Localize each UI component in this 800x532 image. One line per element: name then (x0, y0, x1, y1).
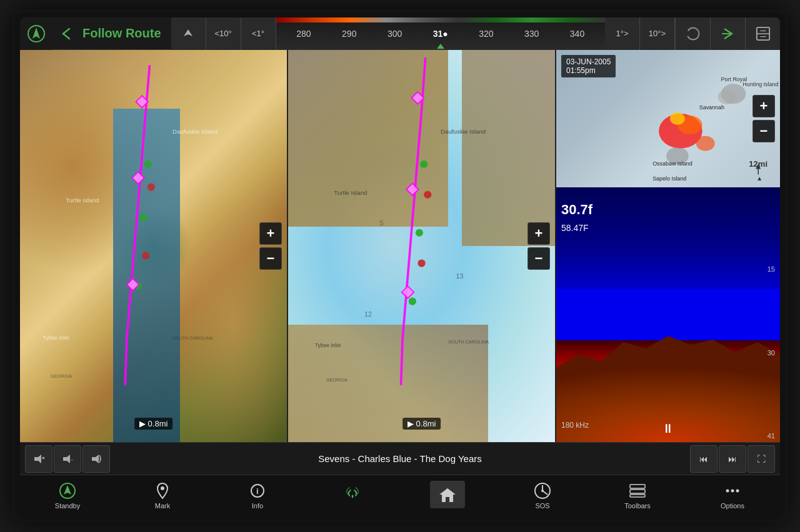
svg-text:SOUTH CAROLINA: SOUTH CAROLINA (448, 339, 489, 345)
standby-icon (58, 481, 78, 501)
svg-point-73 (726, 489, 729, 492)
svg-marker-56 (63, 455, 70, 463)
map-panel-satellite[interactable]: Daufuskie Island Turtle Island Tybee Inl… (20, 50, 288, 442)
distance-arrow-2: ▶ (408, 419, 414, 428)
toolbars-icon (628, 481, 648, 501)
svg-rect-71 (630, 490, 645, 493)
loading-btn[interactable] (675, 17, 710, 50)
heading-330: 330 (524, 29, 539, 39)
svg-point-13 (142, 252, 149, 259)
depth-main-value: 30.7f (561, 192, 592, 219)
media-fullscreen-btn[interactable]: ⛶ (748, 445, 775, 473)
next-track-btn[interactable]: ⏭ (719, 445, 746, 473)
weather-bg: 03-JUN-2005 01:55pm (556, 50, 780, 187)
pause-button[interactable]: ⏸ (662, 421, 674, 436)
distance-value-1: 0.8mi (148, 419, 168, 428)
svg-point-10 (140, 214, 148, 221)
depth-30: 30 (768, 349, 775, 357)
svg-point-41 (696, 136, 715, 151)
svg-point-69 (541, 490, 544, 492)
signal-icon (342, 485, 362, 505)
zoom-out-weather[interactable]: − (752, 120, 775, 142)
zoom-controls-weather: + − (752, 95, 775, 142)
toolbars-label: Toolbars (624, 502, 651, 510)
svg-text:Tybee Inlet: Tybee Inlet (43, 335, 69, 341)
top-toolbar: Follow Route <10° <1° 280 (20, 17, 780, 50)
nav-item-info[interactable]: i Info (232, 481, 282, 510)
media-bar: − + Sevens - Charles Blue - The Dog Year… (20, 442, 780, 475)
distance-badge-1: ▶ 0.8mi (134, 418, 173, 430)
mark-label: Mark (155, 502, 170, 510)
screen: Follow Route <10° <1° 280 (20, 17, 780, 515)
svg-marker-28 (406, 183, 419, 195)
svg-text:Turtle Island: Turtle Island (334, 189, 367, 196)
nav-item-signal[interactable] (328, 485, 378, 506)
nav-item-sos[interactable]: SOS (518, 481, 568, 510)
prev-track-btn[interactable]: ⏮ (690, 445, 718, 473)
home-icon (430, 481, 465, 508)
right-panel: 03-JUN-2005 01:55pm (555, 50, 780, 442)
map-panel-nautical[interactable]: Daufuskie Island Turtle Island Tybee Inl… (288, 50, 555, 442)
vol-up-btn[interactable]: + (82, 445, 110, 473)
svg-point-74 (731, 489, 734, 492)
heading-340: 340 (570, 29, 584, 39)
toolbar-right (675, 17, 780, 50)
svg-marker-61 (64, 485, 71, 495)
route-share-btn[interactable] (710, 17, 745, 50)
compass-color-bar (276, 17, 605, 22)
nav-item-options[interactable]: Options (708, 481, 758, 510)
heading-more1-btn[interactable]: 1°> (605, 17, 640, 50)
bottom-nav: Standby Mark i (20, 475, 780, 515)
nav-item-toolbars[interactable]: Toolbars (612, 481, 662, 510)
nav-item-standby[interactable]: Standby (42, 481, 92, 510)
svg-point-40 (670, 112, 685, 125)
vol-down-btn[interactable]: − (54, 445, 81, 473)
svg-text:Savannah: Savannah (699, 104, 724, 111)
frequency-label: 180 kHz (561, 421, 589, 430)
svg-text:SOUTH CAROLINA: SOUTH CAROLINA (172, 335, 213, 341)
svg-text:Ossabaw Island: Ossabaw Island (652, 160, 692, 167)
svg-marker-65 (439, 488, 456, 502)
svg-text:▲: ▲ (756, 175, 762, 182)
heading-less1-btn[interactable]: <1° (241, 17, 276, 50)
svg-text:Daufuskie Island: Daufuskie Island (441, 128, 486, 135)
fullscreen-btn[interactable] (745, 17, 780, 50)
media-controls-right: ⏮ ⏭ ⛶ (685, 445, 780, 473)
svg-text:Tybee Inlet: Tybee Inlet (315, 342, 341, 348)
svg-point-43 (718, 89, 737, 104)
svg-marker-15 (132, 172, 144, 184)
distance-badge-2: ▶ 0.8mi (402, 418, 441, 430)
media-track: Sevens - Charles Blue - The Dog Years (115, 453, 685, 464)
back-button[interactable] (52, 17, 80, 50)
depth-reading: 30.7f 58.47F (561, 192, 592, 234)
map-panels: Daufuskie Island Turtle Island Tybee Inl… (20, 50, 555, 442)
svg-point-62 (161, 486, 164, 490)
zoom-in-weather[interactable]: + (752, 95, 775, 117)
zoom-out-btn-2[interactable]: − (528, 247, 550, 270)
nav-item-mark[interactable]: Mark (138, 481, 188, 510)
weather-panel[interactable]: 03-JUN-2005 01:55pm (556, 50, 780, 187)
heading-more10-btn[interactable]: 10°> (640, 17, 675, 50)
zoom-in-btn-1[interactable]: + (259, 222, 282, 245)
depth-41: 41 (768, 432, 775, 440)
svg-text:Daufuskie Island: Daufuskie Island (172, 128, 218, 135)
svg-marker-1 (32, 27, 40, 39)
scale-label: 12mi (749, 159, 768, 169)
svg-point-9 (144, 160, 152, 168)
mute-btn[interactable] (25, 445, 52, 473)
svg-marker-29 (402, 286, 414, 298)
sonar-panel[interactable]: 30.7f 58.47F 180 kHz 15 30 41 (556, 187, 780, 442)
heading-up-btn[interactable] (171, 17, 206, 50)
svg-text:+: + (99, 457, 101, 461)
svg-marker-53 (34, 455, 41, 463)
zoom-out-btn-1[interactable]: − (259, 247, 282, 270)
navigate-icon-btn[interactable] (20, 17, 52, 50)
zoom-in-btn-2[interactable]: + (528, 222, 550, 245)
depth-sub-value: 58.47F (561, 220, 592, 234)
heading-310: 31● (433, 29, 448, 39)
mark-icon (152, 481, 172, 501)
nav-item-home[interactable] (422, 481, 472, 510)
svg-text:GEORGIA: GEORGIA (326, 377, 348, 383)
depth-15: 15 (768, 265, 775, 273)
heading-less10-btn[interactable]: <10° (206, 17, 241, 50)
